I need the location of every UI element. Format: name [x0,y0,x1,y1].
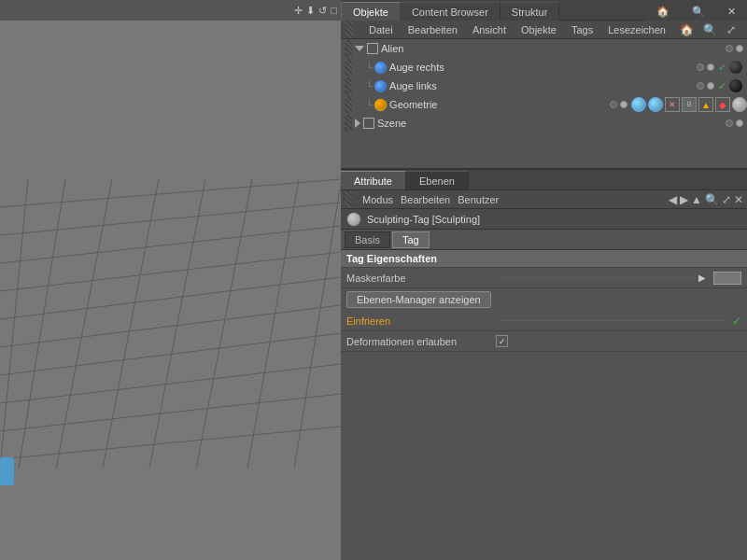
dot2[interactable] [707,82,714,90]
attr-menu-bearbeiten[interactable]: Bearbeiten [401,194,450,205]
nav-expand-icon[interactable]: ⤢ [724,22,739,37]
expand-szene[interactable] [355,119,360,128]
viewport: ✛ ⬇ ↺ □ [0,0,341,560]
nav-close-icon[interactable]: ✕ [742,22,747,37]
prop-einfrieren: Einfrieren ✓ [341,311,747,331]
svg-line-4 [0,277,341,319]
deformationen-checkbox[interactable]: ✓ [496,335,508,347]
einfrieren-check[interactable]: ✓ [732,315,741,328]
dot2[interactable] [620,101,627,108]
tag-sphere[interactable] [732,97,747,112]
viewport-icon-3: ↺ [318,5,327,17]
tab-objekte[interactable]: Objekte [341,2,401,21]
dot1[interactable] [697,82,704,90]
search-icon-top[interactable]: 🔍 [681,2,716,21]
svg-line-10 [0,179,28,469]
viewport-icon-1: ✛ [294,5,303,17]
list-item-alien[interactable]: Alien [341,39,747,58]
szene-name: Szene [377,118,726,129]
dot1[interactable] [697,63,704,71]
svg-line-15 [196,179,252,469]
material-icons-links [728,78,743,93]
maskenfarbe-color[interactable] [713,272,741,285]
maskenfarbe-label: Maskenfarbe [346,273,496,284]
row-handle [345,59,352,76]
sub-tabs: Basis Tag [341,230,747,250]
list-item-auge-rechts[interactable]: └ Auge rechts ✓ [341,58,747,77]
dot2[interactable] [707,63,714,71]
prop-deformationen: Deformationen erlauben ✓ [341,331,747,352]
tab-ebenen[interactable]: Ebenen [406,171,469,189]
dot1[interactable] [610,101,617,108]
row-handle [345,40,352,57]
tab-attribute[interactable]: Attribute [341,171,406,189]
nav-search-icon[interactable]: 🔍 [700,22,720,37]
tag-uv[interactable] [631,97,646,112]
list-item-auge-links[interactable]: └ Auge links ✓ [341,77,747,95]
sculpting-header: Sculpting-Tag [Sculpting] [341,209,747,230]
branch-icon: └ [366,100,373,110]
attr-menu-bar: Modus Bearbeiten Benutzer ◀ ▶ ▲ 🔍 ⤢ ✕ [341,190,747,209]
menu-ansicht[interactable]: Ansicht [469,23,510,36]
expand-alien[interactable] [355,46,364,51]
tag-dots[interactable]: ⠿ [682,97,697,112]
alien-name: Alien [381,43,726,54]
menu-separator [345,21,354,38]
tab-content-browser[interactable]: Content Browser [401,2,500,21]
attr-search-icon[interactable]: 🔍 [705,193,719,206]
nav-forward-icon[interactable]: ▶ [680,193,688,206]
home-icon[interactable]: 🏠 [645,2,681,21]
row-handle [345,96,352,113]
svg-line-9 [0,427,341,459]
mat-icon-black2[interactable] [728,78,743,93]
dot2[interactable] [736,119,743,127]
attr-expand-icon[interactable]: ⤢ [722,193,731,206]
tag-obj[interactable] [648,97,663,112]
menu-datei[interactable]: Datei [365,23,397,36]
tag-diamond[interactable]: ◆ [715,97,730,112]
grid-lines [0,21,341,560]
alien-dots [726,45,743,52]
ebenen-manager-button[interactable]: Ebenen-Manager anzeigen [346,291,491,308]
viewport-content [0,21,341,560]
attr-tabs: Attribute Ebenen [341,170,747,190]
tag-strip: ✕ ⠿ ▲ ◆ [631,97,747,112]
check-links: ✓ [718,80,726,92]
row-handle [345,77,352,94]
material-icons-rechts [728,60,743,75]
menu-bearbeiten[interactable]: Bearbeiten [404,23,461,36]
geometrie-dots [610,101,627,108]
sub-tab-tag[interactable]: Tag [392,231,430,248]
attr-menu-benutzer[interactable]: Benutzer [458,194,499,205]
list-item-geometrie[interactable]: └ Geometrie ✕ ⠿ [341,95,747,114]
dot2[interactable] [736,45,743,52]
dot1[interactable] [726,119,733,127]
tag-x[interactable]: ✕ [665,97,680,112]
blue-object [0,457,14,485]
sculpt-tag-icon [346,212,361,227]
check-rechts: ✓ [718,62,726,74]
menu-tags[interactable]: Tags [568,23,597,36]
auge-rechts-name: Auge rechts [389,62,697,73]
tag-tri[interactable]: ▲ [698,97,713,112]
einfrieren-label: Einfrieren [346,315,496,327]
nav-back-icon[interactable]: ◀ [669,193,677,206]
list-item-szene[interactable]: Szene [341,114,747,133]
menu-lesezeichen[interactable]: Lesezeichen [604,23,669,36]
dot1[interactable] [726,45,733,52]
svg-line-5 [0,305,341,347]
menu-objekte[interactable]: Objekte [517,23,560,36]
attr-menu-modus[interactable]: Modus [362,194,393,205]
nav-home-icon[interactable]: 🏠 [677,22,697,37]
close-icon-top[interactable]: ✕ [716,2,747,21]
attr-nav-icon[interactable]: ▲ [691,193,702,206]
attr-close-icon[interactable]: ✕ [734,193,743,206]
null-icon-alien [367,43,378,54]
auge-rechts-dots [697,63,714,71]
maskenfarbe-arrow[interactable]: ▶ [698,273,706,283]
svg-line-0 [0,179,341,207]
tab-struktur[interactable]: Struktur [500,2,560,21]
mat-icon-black[interactable] [728,60,743,75]
svg-line-6 [0,333,341,375]
sub-tab-basis[interactable]: Basis [345,231,390,248]
